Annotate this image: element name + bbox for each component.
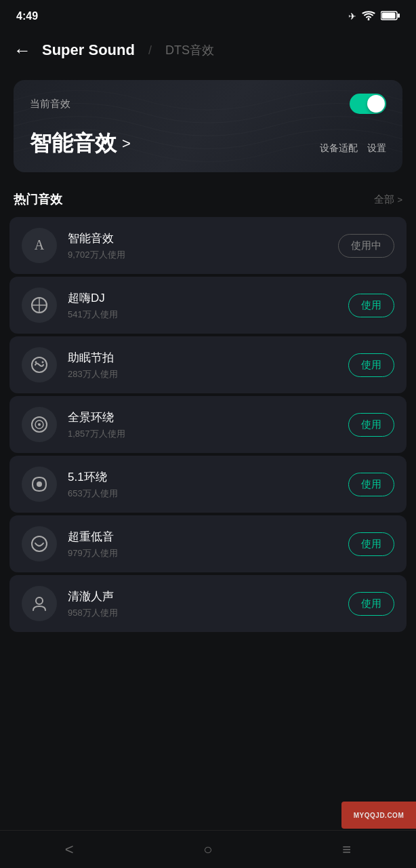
list-item: 超嗨DJ541万人使用使用 bbox=[9, 277, 407, 334]
section-header: 热门音效 全部 > bbox=[0, 186, 416, 217]
section-title: 热门音效 bbox=[14, 191, 62, 208]
status-bar: 4:49 ✈ bbox=[0, 0, 416, 30]
nav-home-button[interactable]: ○ bbox=[187, 835, 228, 864]
battery-icon bbox=[381, 11, 400, 22]
sound-icon bbox=[22, 347, 57, 382]
sound-icon: A bbox=[22, 228, 57, 263]
sound-info: 超嗨DJ541万人使用 bbox=[68, 290, 337, 321]
toggle-knob bbox=[367, 95, 385, 113]
svg-rect-1 bbox=[382, 12, 396, 18]
svg-point-9 bbox=[42, 361, 44, 363]
sound-icon bbox=[22, 288, 57, 323]
svg-point-14 bbox=[32, 536, 47, 551]
list-item: 清澈人声958万人使用使用 bbox=[9, 575, 407, 632]
sound-users: 541万人使用 bbox=[68, 309, 337, 321]
sound-icon bbox=[22, 467, 57, 502]
sound-info: 清澈人声958万人使用 bbox=[68, 589, 337, 619]
watermark: MYQQJD.COM bbox=[341, 802, 416, 829]
sound-icon bbox=[22, 586, 57, 621]
sound-list: A智能音效9,702万人使用使用中超嗨DJ541万人使用使用助眠节拍283万人使… bbox=[0, 217, 416, 632]
more-label: 全部 bbox=[374, 193, 394, 206]
status-icons: ✈ bbox=[348, 11, 400, 22]
device-adapt-button[interactable]: 设备适配 bbox=[320, 142, 358, 155]
toggle-switch[interactable] bbox=[350, 94, 386, 114]
smart-sound-title[interactable]: 智能音效 > bbox=[30, 129, 131, 159]
list-item: A智能音效9,702万人使用使用中 bbox=[9, 217, 407, 274]
sound-name: 5.1环绕 bbox=[68, 469, 337, 485]
sound-use-button[interactable]: 使用 bbox=[348, 353, 394, 377]
sound-users: 9,702万人使用 bbox=[68, 249, 327, 261]
sound-users: 283万人使用 bbox=[68, 368, 337, 380]
sound-card-top: 当前音效 bbox=[30, 94, 386, 114]
nav-menu-button[interactable]: ≡ bbox=[326, 835, 367, 864]
sound-info: 超重低音979万人使用 bbox=[68, 529, 337, 559]
sound-use-button[interactable]: 使用 bbox=[348, 532, 394, 556]
sound-use-button[interactable]: 使用 bbox=[348, 413, 394, 437]
current-label: 当前音效 bbox=[30, 98, 70, 111]
sound-name: 超嗨DJ bbox=[68, 290, 337, 306]
sound-card-bottom: 智能音效 > 设备适配 设置 bbox=[30, 129, 386, 159]
sound-users: 1,857万人使用 bbox=[68, 428, 337, 440]
sound-name: 超重低音 bbox=[68, 529, 337, 545]
back-nav-icon: < bbox=[65, 841, 74, 858]
svg-point-15 bbox=[36, 597, 43, 604]
sound-info: 智能音效9,702万人使用 bbox=[68, 231, 327, 261]
sound-card: 当前音效 智能音效 > 设备适配 设置 bbox=[14, 80, 402, 172]
sound-users: 979万人使用 bbox=[68, 547, 337, 559]
list-item: 5.1环绕653万人使用使用 bbox=[9, 456, 407, 513]
sound-info: 全景环绕1,857万人使用 bbox=[68, 410, 337, 440]
sound-users: 653万人使用 bbox=[68, 488, 337, 500]
back-button[interactable]: ← bbox=[14, 41, 31, 59]
sound-info: 5.1环绕653万人使用 bbox=[68, 469, 337, 500]
bottom-nav: < ○ ≡ bbox=[0, 830, 416, 868]
sound-users: 958万人使用 bbox=[68, 607, 337, 619]
menu-nav-icon: ≡ bbox=[342, 841, 351, 858]
home-nav-icon: ○ bbox=[203, 841, 212, 858]
smart-sound-name: 智能音效 bbox=[30, 129, 117, 159]
list-item: 助眠节拍283万人使用使用 bbox=[9, 336, 407, 393]
sound-use-button[interactable]: 使用 bbox=[348, 294, 394, 317]
svg-point-8 bbox=[35, 361, 37, 363]
svg-point-13 bbox=[37, 481, 42, 487]
svg-rect-2 bbox=[398, 14, 400, 18]
sound-use-button[interactable]: 使用 bbox=[348, 473, 394, 496]
sound-info: 助眠节拍283万人使用 bbox=[68, 350, 337, 380]
nav-tabs: Super Sound / DTS音效 bbox=[42, 41, 214, 59]
tab-super-sound[interactable]: Super Sound bbox=[42, 41, 135, 59]
smart-sound-chevron: > bbox=[122, 135, 131, 153]
sound-name: 智能音效 bbox=[68, 231, 327, 246]
wifi-icon bbox=[362, 11, 375, 22]
tab-divider: / bbox=[148, 43, 152, 58]
list-item: 超重低音979万人使用使用 bbox=[9, 515, 407, 572]
sound-card-actions: 设备适配 设置 bbox=[320, 142, 386, 159]
more-chevron: > bbox=[397, 195, 402, 205]
list-item: 全景环绕1,857万人使用使用 bbox=[9, 396, 407, 453]
svg-text:A: A bbox=[35, 237, 45, 252]
sound-name: 助眠节拍 bbox=[68, 350, 337, 366]
status-time: 4:49 bbox=[16, 10, 38, 22]
sound-use-button[interactable]: 使用中 bbox=[338, 234, 394, 258]
sound-use-button[interactable]: 使用 bbox=[348, 592, 394, 616]
sound-icon bbox=[22, 407, 57, 442]
top-nav: ← Super Sound / DTS音效 bbox=[0, 30, 416, 71]
nav-back-button[interactable]: < bbox=[49, 835, 90, 864]
sound-name: 清澈人声 bbox=[68, 589, 337, 604]
svg-point-12 bbox=[38, 423, 41, 426]
tab-dts[interactable]: DTS音效 bbox=[165, 42, 214, 58]
settings-button[interactable]: 设置 bbox=[367, 142, 386, 155]
sound-icon bbox=[22, 526, 57, 561]
sound-name: 全景环绕 bbox=[68, 410, 337, 425]
airplane-icon: ✈ bbox=[348, 11, 356, 22]
more-button[interactable]: 全部 > bbox=[374, 193, 402, 206]
